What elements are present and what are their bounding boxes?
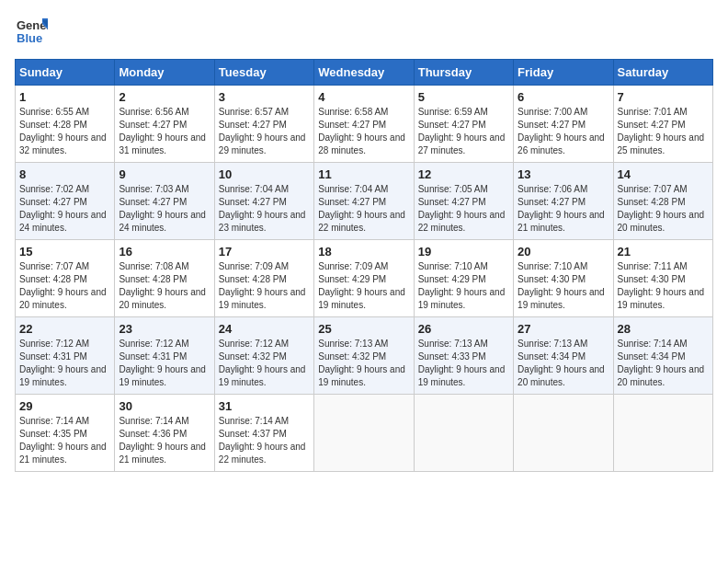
day-number: 28	[618, 322, 709, 336]
header: General Blue	[15, 15, 713, 48]
calendar-day-cell: 25Sunrise: 7:13 AMSunset: 4:32 PMDayligh…	[314, 317, 414, 395]
calendar-day-cell: 21Sunrise: 7:11 AMSunset: 4:30 PMDayligh…	[613, 240, 712, 317]
weekday-header-tuesday: Tuesday	[214, 60, 313, 86]
day-number: 9	[119, 167, 210, 181]
calendar-day-cell: 23Sunrise: 7:12 AMSunset: 4:31 PMDayligh…	[115, 317, 214, 395]
day-info: Sunrise: 7:04 AMSunset: 4:27 PMDaylight:…	[318, 183, 409, 235]
day-number: 11	[318, 167, 409, 181]
day-info: Sunrise: 7:02 AMSunset: 4:27 PMDaylight:…	[19, 183, 110, 235]
day-number: 21	[618, 245, 709, 259]
day-info: Sunrise: 7:10 AMSunset: 4:30 PMDaylight:…	[518, 260, 609, 312]
day-number: 17	[219, 245, 310, 259]
calendar-day-cell: 15Sunrise: 7:07 AMSunset: 4:28 PMDayligh…	[16, 240, 115, 317]
day-number: 24	[219, 322, 310, 336]
calendar-day-cell: 11Sunrise: 7:04 AMSunset: 4:27 PMDayligh…	[314, 163, 414, 240]
day-info: Sunrise: 7:14 AMSunset: 4:34 PMDaylight:…	[618, 338, 709, 389]
day-number: 25	[318, 322, 409, 336]
calendar-day-cell: 1Sunrise: 6:55 AMSunset: 4:28 PMDaylight…	[16, 86, 115, 163]
day-number: 5	[418, 90, 509, 104]
svg-text:Blue: Blue	[17, 31, 42, 45]
calendar-day-cell: 30Sunrise: 7:14 AMSunset: 4:36 PMDayligh…	[115, 395, 214, 472]
day-info: Sunrise: 6:56 AMSunset: 4:27 PMDaylight:…	[119, 106, 210, 157]
day-info: Sunrise: 7:14 AMSunset: 4:35 PMDaylight:…	[19, 415, 110, 466]
calendar-day-cell: 22Sunrise: 7:12 AMSunset: 4:31 PMDayligh…	[16, 317, 115, 395]
calendar-table: SundayMondayTuesdayWednesdayThursdayFrid…	[15, 59, 713, 472]
day-number: 30	[119, 399, 210, 413]
day-info: Sunrise: 7:06 AMSunset: 4:27 PMDaylight:…	[518, 183, 609, 235]
calendar-day-cell: 18Sunrise: 7:09 AMSunset: 4:29 PMDayligh…	[314, 240, 414, 317]
weekday-header-sunday: Sunday	[16, 60, 115, 86]
day-number: 7	[618, 90, 709, 104]
calendar-day-cell: 26Sunrise: 7:13 AMSunset: 4:33 PMDayligh…	[414, 317, 513, 395]
calendar-day-cell: 8Sunrise: 7:02 AMSunset: 4:27 PMDaylight…	[16, 163, 115, 240]
calendar-week-row: 8Sunrise: 7:02 AMSunset: 4:27 PMDaylight…	[16, 163, 713, 240]
calendar-day-cell: 28Sunrise: 7:14 AMSunset: 4:34 PMDayligh…	[613, 317, 712, 395]
day-info: Sunrise: 7:04 AMSunset: 4:27 PMDaylight:…	[219, 183, 310, 235]
day-number: 16	[119, 245, 210, 259]
calendar-day-cell: 4Sunrise: 6:58 AMSunset: 4:27 PMDaylight…	[314, 86, 414, 163]
calendar-day-cell: 24Sunrise: 7:12 AMSunset: 4:32 PMDayligh…	[214, 317, 313, 395]
weekday-header-thursday: Thursday	[414, 60, 513, 86]
calendar-day-cell: 6Sunrise: 7:00 AMSunset: 4:27 PMDaylight…	[514, 86, 613, 163]
logo-icon: General Blue	[15, 15, 48, 48]
calendar-header-row: SundayMondayTuesdayWednesdayThursdayFrid…	[16, 60, 713, 86]
day-number: 31	[219, 399, 310, 413]
day-info: Sunrise: 7:14 AMSunset: 4:37 PMDaylight:…	[219, 415, 310, 466]
calendar-day-cell: 12Sunrise: 7:05 AMSunset: 4:27 PMDayligh…	[414, 163, 513, 240]
day-number: 29	[19, 399, 110, 413]
calendar-day-cell: 16Sunrise: 7:08 AMSunset: 4:28 PMDayligh…	[115, 240, 214, 317]
day-info: Sunrise: 7:12 AMSunset: 4:32 PMDaylight:…	[219, 338, 310, 389]
calendar-week-row: 15Sunrise: 7:07 AMSunset: 4:28 PMDayligh…	[16, 240, 713, 317]
day-number: 2	[119, 90, 210, 104]
weekday-header-wednesday: Wednesday	[314, 60, 414, 86]
calendar-day-cell	[314, 395, 414, 472]
day-number: 22	[19, 322, 110, 336]
weekday-header-saturday: Saturday	[613, 60, 712, 86]
day-info: Sunrise: 7:10 AMSunset: 4:29 PMDaylight:…	[418, 260, 509, 312]
calendar-day-cell: 3Sunrise: 6:57 AMSunset: 4:27 PMDaylight…	[214, 86, 313, 163]
day-number: 1	[19, 90, 110, 104]
day-number: 10	[219, 167, 310, 181]
day-info: Sunrise: 7:12 AMSunset: 4:31 PMDaylight:…	[119, 338, 210, 389]
day-info: Sunrise: 7:14 AMSunset: 4:36 PMDaylight:…	[119, 415, 210, 466]
day-info: Sunrise: 7:01 AMSunset: 4:27 PMDaylight:…	[618, 106, 709, 157]
day-info: Sunrise: 7:13 AMSunset: 4:33 PMDaylight:…	[418, 338, 509, 389]
logo: General Blue	[15, 15, 51, 48]
day-info: Sunrise: 7:09 AMSunset: 4:29 PMDaylight:…	[318, 260, 409, 312]
calendar-day-cell: 20Sunrise: 7:10 AMSunset: 4:30 PMDayligh…	[514, 240, 613, 317]
calendar-body: 1Sunrise: 6:55 AMSunset: 4:28 PMDaylight…	[16, 86, 713, 472]
day-number: 4	[318, 90, 409, 104]
weekday-header-monday: Monday	[115, 60, 214, 86]
calendar-day-cell	[613, 395, 712, 472]
day-number: 12	[418, 167, 509, 181]
day-number: 3	[219, 90, 310, 104]
calendar-day-cell	[514, 395, 613, 472]
day-info: Sunrise: 6:55 AMSunset: 4:28 PMDaylight:…	[19, 106, 110, 157]
day-number: 27	[518, 322, 609, 336]
day-info: Sunrise: 7:08 AMSunset: 4:28 PMDaylight:…	[119, 260, 210, 312]
calendar-day-cell: 17Sunrise: 7:09 AMSunset: 4:28 PMDayligh…	[214, 240, 313, 317]
calendar-day-cell: 14Sunrise: 7:07 AMSunset: 4:28 PMDayligh…	[613, 163, 712, 240]
day-info: Sunrise: 7:13 AMSunset: 4:32 PMDaylight:…	[318, 338, 409, 389]
day-info: Sunrise: 6:57 AMSunset: 4:27 PMDaylight:…	[219, 106, 310, 157]
calendar-week-row: 29Sunrise: 7:14 AMSunset: 4:35 PMDayligh…	[16, 395, 713, 472]
day-number: 15	[19, 245, 110, 259]
day-info: Sunrise: 6:58 AMSunset: 4:27 PMDaylight:…	[318, 106, 409, 157]
calendar-week-row: 22Sunrise: 7:12 AMSunset: 4:31 PMDayligh…	[16, 317, 713, 395]
day-number: 6	[518, 90, 609, 104]
day-info: Sunrise: 7:09 AMSunset: 4:28 PMDaylight:…	[219, 260, 310, 312]
weekday-header-friday: Friday	[514, 60, 613, 86]
day-number: 18	[318, 245, 409, 259]
day-info: Sunrise: 7:00 AMSunset: 4:27 PMDaylight:…	[518, 106, 609, 157]
day-number: 8	[19, 167, 110, 181]
calendar-day-cell: 7Sunrise: 7:01 AMSunset: 4:27 PMDaylight…	[613, 86, 712, 163]
calendar-day-cell: 9Sunrise: 7:03 AMSunset: 4:27 PMDaylight…	[115, 163, 214, 240]
day-info: Sunrise: 7:13 AMSunset: 4:34 PMDaylight:…	[518, 338, 609, 389]
day-info: Sunrise: 7:07 AMSunset: 4:28 PMDaylight:…	[618, 183, 709, 235]
calendar-day-cell: 5Sunrise: 6:59 AMSunset: 4:27 PMDaylight…	[414, 86, 513, 163]
day-number: 14	[618, 167, 709, 181]
day-info: Sunrise: 7:11 AMSunset: 4:30 PMDaylight:…	[618, 260, 709, 312]
calendar-day-cell: 2Sunrise: 6:56 AMSunset: 4:27 PMDaylight…	[115, 86, 214, 163]
day-info: Sunrise: 7:05 AMSunset: 4:27 PMDaylight:…	[418, 183, 509, 235]
day-number: 13	[518, 167, 609, 181]
